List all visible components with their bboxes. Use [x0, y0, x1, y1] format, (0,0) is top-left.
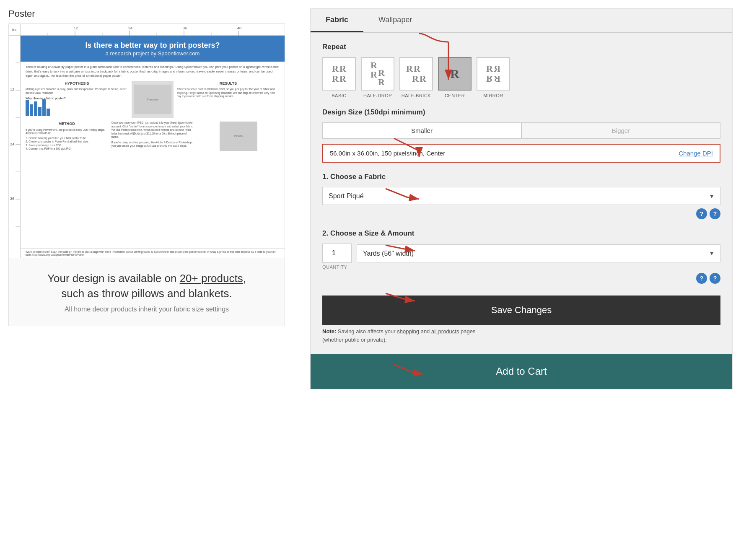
col-title-method: METHOD	[26, 121, 108, 127]
svg-text:36: 36	[183, 26, 187, 30]
inherit-text: All home decor products inherit your fab…	[17, 306, 276, 313]
right-panel-wrapper: Fabric Wallpaper Repeat R	[310, 8, 733, 552]
repeat-option-half-brick[interactable]: R R R R HALF-BRICK	[399, 57, 433, 98]
size-help-icon-1[interactable]: ?	[696, 273, 707, 284]
note-text: Note: Saving also affects your shopping …	[322, 327, 720, 344]
fabric-select-wrap: Sport Piqué Performance Knit Minky Cotto…	[322, 187, 720, 205]
poster-subheadline: a research project by Spoonflower.com	[29, 50, 276, 57]
svg-text:48: 48	[237, 26, 241, 30]
right-panel: Fabric Wallpaper Repeat R	[310, 8, 733, 389]
quantity-input[interactable]	[322, 244, 352, 263]
repeat-icon-half-drop: R R R R	[361, 57, 394, 91]
help-icons: ? ?	[322, 208, 720, 219]
col-title-hypothesis: HYPOTHESIS	[26, 81, 128, 86]
poster-preview: in. 12 24 36	[8, 23, 285, 258]
poster-header: Is there a better way to print posters? …	[21, 36, 285, 62]
design-size-title: Design Size (150dpi minimum)	[322, 108, 720, 117]
svg-text:12: 12	[74, 26, 78, 30]
tab-fabric[interactable]: Fabric	[311, 9, 363, 32]
ruler-left: 12 24 36	[9, 36, 21, 258]
poster-columns-2: METHOD If you're using PowerPoint, the p…	[26, 121, 280, 150]
poster-headline: Is there a better way to print posters?	[29, 41, 276, 50]
tab-bar: Fabric Wallpaper	[311, 9, 732, 33]
page-title: Poster	[8, 8, 302, 19]
poster-body: Tired of hauling an unwieldy paper poste…	[21, 62, 285, 248]
poster-content-area: Is there a better way to print posters? …	[21, 36, 285, 258]
help-icon-1[interactable]: ?	[696, 208, 707, 219]
repeat-label-basic: BASIC	[332, 93, 347, 98]
quantity-label: QUANTITY	[322, 264, 720, 270]
repeat-label-half-brick: HALF-BRICK	[402, 93, 431, 98]
smaller-button[interactable]: Smaller	[322, 122, 521, 139]
poster-intro-text: Tired of hauling an unwieldy paper poste…	[26, 65, 280, 78]
fabric-title: 1. Choose a Fabric	[322, 173, 720, 181]
size-amount-row: Yards (56" width) Fat Quarter (27" x 18"…	[322, 244, 720, 263]
size-buttons: Smaller Bigger	[322, 122, 720, 139]
unit-select[interactable]: Yards (56" width) Fat Quarter (27" x 18"…	[357, 244, 720, 262]
repeat-label-half-drop: HALF-DROP	[363, 93, 392, 98]
size-amount-title: 2. Choose a Size & Amount	[322, 229, 720, 238]
tab-wallpaper[interactable]: Wallpaper	[363, 9, 427, 32]
poster-col-method: METHOD If you're using PowerPoint, the p…	[26, 121, 108, 150]
repeat-options: R R R R BASIC	[322, 57, 720, 98]
size-amount-section: 2. Choose a Size & Amount Yards (56" wid…	[322, 229, 720, 284]
unit-select-wrap: Yards (56" width) Fat Quarter (27" x 18"…	[357, 244, 720, 262]
svg-text:24: 24	[10, 142, 14, 146]
svg-text:24: 24	[128, 26, 132, 30]
repeat-icon-basic: R R R R	[322, 57, 356, 91]
add-to-cart-button[interactable]: Add to Cart	[311, 354, 732, 389]
size-info-text: 56.00in x 36.00in, 150 pixels/inch, Cent…	[330, 150, 445, 157]
poster-col-results: RESULTS There's no setup cost or minimum…	[177, 81, 280, 118]
repeat-title: Repeat	[322, 43, 720, 51]
poster-footer: Want to learn more? Scan the code on the…	[21, 248, 285, 258]
bigger-button: Bigger	[521, 122, 720, 139]
shopping-link[interactable]: shopping	[397, 328, 419, 334]
design-size-section: Design Size (150dpi minimum) Smaller Big…	[322, 108, 720, 163]
repeat-option-half-drop[interactable]: R R R R HALF-DROP	[361, 57, 394, 98]
products-link[interactable]: 20+ products	[180, 272, 243, 285]
availability-text: Your design is available on 20+ products…	[17, 271, 276, 301]
repeat-option-mirror[interactable]: R R R R MIRROR	[477, 57, 510, 98]
tab-content: Repeat R R R R	[311, 33, 732, 354]
size-help-icon-2[interactable]: ?	[710, 273, 720, 284]
poster-col-method-text: Once you have your JPEG, just upload it …	[111, 121, 194, 150]
help-icon-2[interactable]: ?	[710, 208, 720, 219]
poster-col-hypothesis: HYPOTHESIS Making a poster on fabric is …	[26, 81, 128, 118]
info-panel: Your design is available on 20+ products…	[8, 258, 285, 326]
poster-image: Is there a better way to print posters? …	[21, 36, 285, 258]
repeat-icon-mirror: R R R R	[477, 57, 510, 91]
repeat-option-basic[interactable]: R R R R BASIC	[322, 57, 356, 98]
repeat-section: Repeat R R R R	[322, 43, 720, 98]
size-help-icons: ? ?	[322, 273, 720, 284]
svg-text:12: 12	[10, 88, 14, 92]
repeat-icon-half-brick: R R R R	[399, 57, 433, 91]
repeat-option-center[interactable]: R CENTER	[438, 57, 472, 98]
save-changes-button[interactable]: Save Changes	[322, 296, 720, 325]
repeat-icon-center: R	[438, 57, 472, 91]
svg-text:36: 36	[10, 197, 14, 201]
poster-columns: HYPOTHESIS Making a poster on fabric is …	[26, 81, 280, 118]
save-section: Save Changes Note: Saving also affects y…	[322, 294, 720, 344]
ruler-corner: in.	[9, 24, 21, 36]
repeat-label-center: CENTER	[445, 93, 465, 98]
ruler-top: 12 24 36 48	[21, 24, 285, 36]
change-dpi-link[interactable]: Change DPI	[679, 150, 713, 157]
poster-col-img2: Photo	[197, 121, 280, 150]
bar-chart	[26, 101, 128, 118]
poster-col-img: Preview	[132, 81, 174, 118]
col-title-results: RESULTS	[177, 81, 280, 86]
fabric-section: 1. Choose a Fabric Sport Piqué Performan…	[322, 173, 720, 219]
all-products-link[interactable]: all products	[431, 328, 459, 334]
repeat-label-mirror: MIRROR	[483, 93, 503, 98]
left-panel: Poster in. 12 24	[8, 8, 302, 552]
note-prefix: Note:	[322, 328, 336, 334]
fabric-select[interactable]: Sport Piqué Performance Knit Minky Cotto…	[322, 187, 720, 205]
size-info-box: 56.00in x 36.00in, 150 pixels/inch, Cent…	[322, 144, 720, 163]
